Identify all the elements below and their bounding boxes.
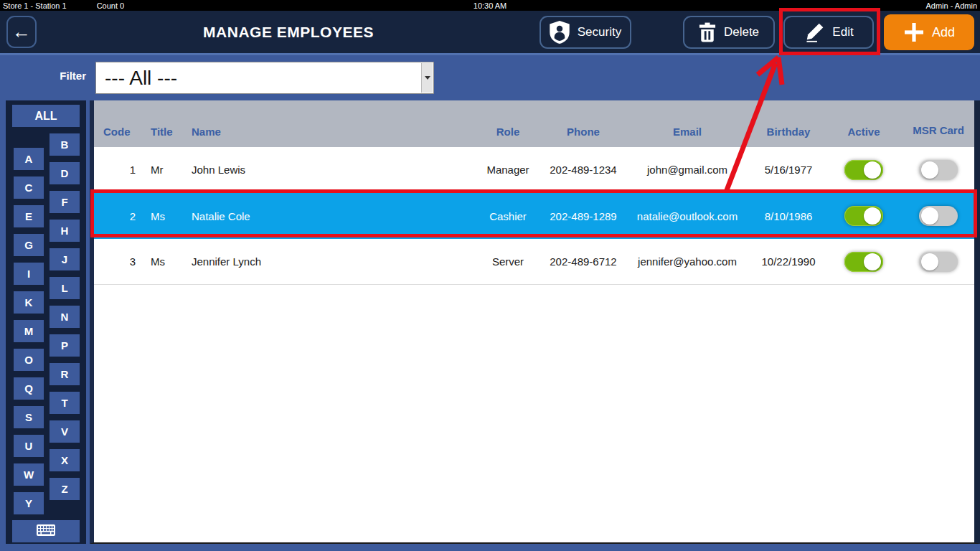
status-bar: Store 1 - Station 1 Count 0 10:30 AM Adm… (0, 0, 980, 11)
cell-active (825, 252, 903, 272)
letter-button-list: ABCDEFGHIJKLMNOPQRSTUVWXYZ (14, 133, 80, 500)
letter-button[interactable]: Q (14, 377, 44, 400)
letter-button[interactable]: V (50, 420, 80, 443)
letter-button[interactable]: B (50, 133, 80, 156)
toggle-knob (921, 207, 938, 225)
clock-label: 10:30 AM (473, 1, 507, 10)
table-body: 1 Mr John Lewis Manager 202-489-1234 joh… (94, 147, 974, 285)
column-header-email: Email (623, 126, 752, 147)
letter-button[interactable]: C (14, 176, 44, 199)
letter-button[interactable]: F (50, 191, 80, 213)
page-title: MANAGE EMPLOYEES (203, 24, 374, 41)
letter-button[interactable]: M (14, 320, 44, 342)
cell-msr-card (903, 252, 974, 272)
delete-button-label: Delete (724, 25, 759, 39)
letter-button[interactable]: D (50, 162, 80, 184)
letter-button[interactable]: X (50, 449, 80, 471)
count-label: Count 0 (97, 1, 125, 10)
cell-role: Manager (472, 164, 544, 176)
shield-user-icon (550, 21, 570, 44)
cell-code: 2 (94, 210, 140, 222)
keyboard-icon (37, 524, 55, 538)
letter-button[interactable]: O (14, 349, 44, 371)
letter-button[interactable]: P (50, 334, 80, 357)
cell-birthday: 5/16/1977 (752, 164, 825, 176)
security-button[interactable]: Security (540, 16, 631, 49)
table-row[interactable]: 1 Mr John Lewis Manager 202-489-1234 joh… (94, 147, 974, 193)
active-toggle[interactable] (844, 206, 883, 226)
logged-in-user-label: Admin - Admin (925, 1, 977, 10)
column-header-title: Title (140, 126, 182, 147)
msr-card-toggle[interactable] (919, 160, 958, 180)
letter-button[interactable]: K (14, 291, 44, 314)
filter-label: Filter (60, 70, 86, 82)
store-station-label: Store 1 - Station 1 (3, 1, 67, 10)
letter-button[interactable]: G (14, 234, 44, 256)
letter-button[interactable]: N (50, 306, 80, 328)
cell-name: John Lewis (182, 164, 472, 176)
toggle-knob (864, 161, 881, 179)
cell-name: Jennifer Lynch (182, 255, 472, 268)
header-bar: ← MANAGE EMPLOYEES Security Delete (0, 11, 980, 55)
letter-button[interactable]: I (14, 263, 44, 285)
cell-birthday: 8/10/1986 (752, 210, 825, 222)
cell-phone: 202-489-6712 (544, 255, 623, 268)
letter-button[interactable]: E (14, 205, 44, 227)
keyboard-button[interactable] (12, 520, 80, 542)
alphabet-sidebar: ALL ABCDEFGHIJKLMNOPQRSTUVWXYZ (6, 100, 86, 544)
column-header-code: Code (94, 126, 140, 147)
cell-email: jennifer@yahoo.com (623, 255, 752, 268)
toggle-knob (921, 161, 938, 179)
table-row[interactable]: 3 Ms Jennifer Lynch Server 202-489-6712 … (94, 239, 974, 285)
cell-phone: 202-489-1289 (544, 210, 623, 222)
security-button-label: Security (578, 25, 621, 39)
cell-code: 3 (94, 255, 140, 268)
cell-email: natalie@outlook.com (623, 210, 752, 222)
cell-email: john@gmail.com (623, 164, 752, 176)
column-header-role: Role (472, 126, 544, 147)
cell-title: Mr (140, 164, 182, 176)
letter-button[interactable]: R (50, 363, 80, 385)
letter-button[interactable]: A (14, 148, 44, 170)
toggle-knob (864, 207, 881, 225)
column-header-phone: Phone (544, 126, 623, 147)
msr-card-toggle[interactable] (919, 206, 958, 226)
cell-role: Server (472, 255, 544, 268)
letter-button[interactable]: L (50, 277, 80, 299)
table-row[interactable]: 2 Ms Natalie Cole Cashier 202-489-1289 n… (94, 193, 974, 239)
letter-button[interactable]: H (50, 220, 80, 242)
filter-all-button[interactable]: ALL (12, 105, 80, 127)
delete-button[interactable]: Delete (683, 16, 775, 49)
active-toggle[interactable] (844, 252, 883, 272)
cell-role: Cashier (472, 210, 544, 222)
letter-button[interactable]: Y (14, 492, 44, 514)
filter-dropdown[interactable]: --- All --- (95, 62, 434, 94)
column-header-birthday: Birthday (752, 126, 825, 147)
letter-button[interactable]: S (14, 406, 44, 428)
letter-button[interactable]: U (14, 435, 44, 457)
cell-title: Ms (140, 210, 182, 222)
cell-active (825, 160, 903, 180)
cell-msr-card (903, 206, 974, 226)
filter-dropdown-value: --- All --- (105, 67, 177, 90)
edit-button[interactable]: Edit (783, 16, 874, 49)
add-button[interactable]: Add (884, 14, 974, 50)
back-button[interactable]: ← (6, 16, 37, 48)
pencil-icon (804, 22, 824, 43)
filter-bar: Filter --- All --- (0, 57, 980, 100)
employee-table: Code Title Name Role Phone Email Birthda… (90, 100, 980, 544)
cell-msr-card (903, 160, 974, 180)
letter-button[interactable]: J (50, 248, 80, 270)
back-arrow-icon: ← (12, 21, 31, 43)
cell-title: Ms (140, 255, 182, 268)
add-button-label: Add (932, 25, 955, 40)
active-toggle[interactable] (844, 160, 883, 180)
cell-birthday: 10/22/1990 (752, 255, 825, 268)
cell-code: 1 (94, 164, 140, 176)
toggle-knob (921, 253, 938, 270)
letter-button[interactable]: T (50, 392, 80, 414)
letter-button[interactable]: W (14, 463, 44, 486)
caret-down-icon[interactable] (421, 63, 433, 93)
msr-card-toggle[interactable] (919, 252, 958, 272)
letter-button[interactable]: Z (50, 478, 80, 500)
